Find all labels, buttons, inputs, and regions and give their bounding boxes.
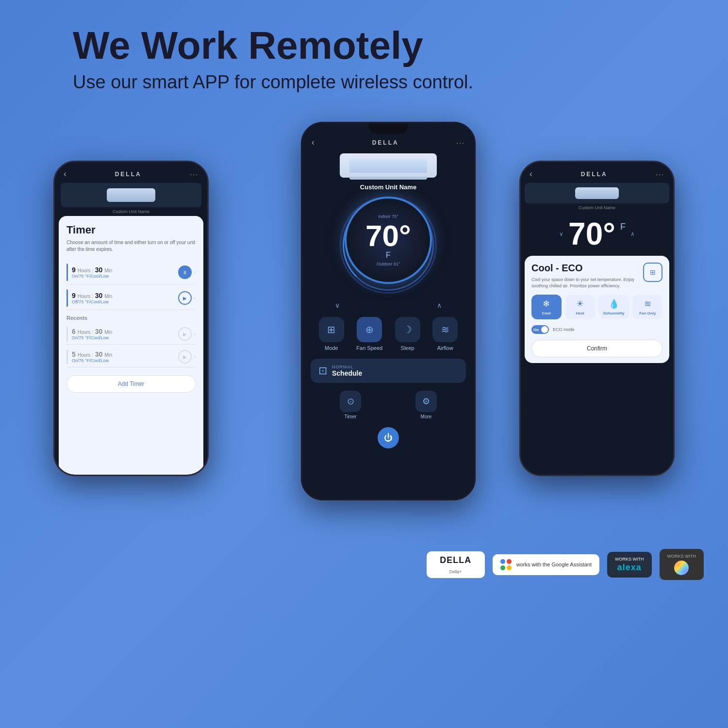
timer-arrow-2: ›	[194, 295, 196, 301]
more-icon-center[interactable]: ···	[456, 139, 465, 147]
timer-title: Timer	[66, 224, 196, 236]
timer-value-1: 9 Hours : 30 Min	[72, 266, 175, 274]
google-assistant-icon	[500, 559, 512, 570]
page-subheadline: Use our smart APP for complete wireless …	[73, 72, 655, 93]
more-label-bottom: More	[421, 414, 432, 419]
sleep-icon: ☽	[395, 317, 420, 342]
fan-speed-control[interactable]: ⊕ Fan Speed	[356, 317, 382, 351]
mode-icon: ⊞	[319, 317, 344, 342]
more-icon-left[interactable]: ···	[190, 170, 199, 178]
timer-accent-2	[66, 289, 68, 307]
brand-center: DELLA	[372, 139, 399, 146]
fan-speed-icon: ⊕	[357, 317, 382, 342]
eco-mode-label: ECO mode	[553, 327, 575, 332]
phone-right-screen: ‹ DELLA ··· Custom Unit Name ∨ 70° F ∧	[521, 162, 673, 475]
timer-setting-1: On/75 °F/Cool/Low	[72, 274, 175, 279]
cool-mode-icon: ❄	[543, 298, 550, 309]
temperature-unit: F	[386, 251, 391, 260]
recents-label: Recents	[66, 315, 196, 321]
siri-works-label: works with	[667, 554, 696, 559]
dehumidify-mode-btn[interactable]: 💧 Dehumidify	[599, 295, 629, 319]
right-temp-unit: F	[620, 216, 626, 232]
eco-toggle-switch[interactable]: On	[531, 325, 549, 334]
airflow-control[interactable]: ≋ Airflow	[432, 317, 458, 351]
ac-unit-center-wrapper	[340, 153, 437, 180]
timer-setting-2: Off/75 °F/Cool/Low	[72, 299, 175, 304]
siri-badge: works with	[660, 549, 704, 580]
timer-time-2: 9 Hours : 30 Min Off/75 °F/Cool/Low	[72, 292, 175, 304]
confirm-button[interactable]: Confirm	[531, 340, 662, 357]
timer-accent-1	[66, 264, 68, 281]
temp-chevron-up[interactable]: ∧	[630, 231, 635, 237]
sleep-control[interactable]: ☽ Sleep	[395, 317, 420, 351]
g-dot-blue	[500, 559, 505, 564]
timer-pause-btn[interactable]: ⏸	[178, 265, 192, 279]
timer-play-btn[interactable]: ▶	[178, 291, 192, 305]
siri-icon	[674, 561, 689, 575]
airflow-label: Airflow	[437, 345, 453, 351]
back-icon[interactable]: ‹	[64, 169, 66, 179]
cool-mode-btn[interactable]: ❄ Cool	[531, 295, 562, 319]
badges-container: DELLA Della+ works with the Google Assis…	[24, 549, 704, 580]
phone-main: ‹ DELLA ··· Custom Unit Name Indoor	[301, 122, 476, 500]
more-control-bottom[interactable]: ⚙ More	[415, 391, 437, 419]
chevron-down-icon[interactable]: ∨	[335, 301, 340, 309]
g-dot-green	[500, 565, 505, 570]
schedule-text: NORMAL Schedule	[332, 364, 458, 377]
ac-unit-center	[340, 153, 437, 178]
card-header: Cool - ECO Cool your space down to your …	[531, 263, 662, 295]
mode-control[interactable]: ⊞ Mode	[319, 317, 344, 351]
recent-time-2: 5 Hours : 30 Min On/75 °F/Cool/Low	[72, 350, 175, 363]
temperature-dial[interactable]: Indoor 75° 70° F Outdoor 81°	[345, 197, 432, 284]
back-icon-right[interactable]: ‹	[529, 169, 532, 179]
phone-cool-eco: ‹ DELLA ··· Custom Unit Name ∨ 70° F ∧	[519, 161, 675, 476]
phones-container: ‹ DELLA ··· Custom Unit Name Timer Choos…	[24, 122, 704, 534]
recent-time-1: 6 Hours : 30 Min On/75 °F/Cool/Low	[72, 328, 175, 340]
timer-item-2[interactable]: 9 Hours : 30 Min Off/75 °F/Cool/Low ▶ ›	[66, 286, 196, 310]
alexa-works-label: works with	[615, 557, 644, 562]
temp-chevron-down[interactable]: ∨	[559, 231, 563, 237]
add-timer-button[interactable]: Add Timer	[66, 375, 196, 393]
google-assistant-badge: works with the Google Assistant	[493, 554, 599, 575]
more-icon-right[interactable]: ···	[656, 170, 664, 178]
recent-item-2[interactable]: 5 Hours : 30 Min On/75 °F/Cool/Low ▶ ›	[66, 347, 196, 367]
recent-play-2[interactable]: ▶	[178, 350, 192, 364]
right-temp-display: ∨ 70° F ∧	[521, 212, 673, 256]
recent-value-1: 6 Hours : 30 Min	[72, 328, 175, 335]
back-icon-center[interactable]: ‹	[312, 137, 314, 148]
brand-right: DELLA	[581, 171, 608, 178]
airflow-icon: ≋	[432, 317, 458, 342]
recent-play-1[interactable]: ▶	[178, 327, 192, 341]
page-headline: We Work Remotely	[73, 24, 655, 67]
grid-icon: ⊞	[643, 263, 662, 282]
mode-label: Mode	[325, 345, 338, 351]
fan-only-mode-btn[interactable]: ≋ Fan Only	[633, 295, 663, 319]
unit-name-left: Custom Unit Name	[55, 209, 207, 214]
fan-only-mode-label: Fan Only	[639, 311, 656, 315]
timer-control-bottom[interactable]: ⊙ Timer	[340, 391, 361, 419]
page-container: We Work Remotely Use our smart APP for c…	[0, 0, 728, 728]
power-button[interactable]: ⏻	[378, 427, 399, 448]
timer-item-1[interactable]: 9 Hours : 30 Min On/75 °F/Cool/Low ⏸ ›	[66, 261, 196, 284]
ac-unit-body	[349, 158, 427, 173]
phone-main-screen: ‹ DELLA ··· Custom Unit Name Indoor	[303, 124, 474, 498]
schedule-name: Schedule	[332, 369, 458, 377]
cool-eco-title: Cool - ECO	[531, 263, 643, 274]
indoor-temp: Indoor 75°	[378, 214, 398, 219]
temperature-value: 70°	[365, 221, 411, 251]
center-unit-name: Custom Unit Name	[303, 183, 474, 191]
recent-item-1[interactable]: 6 Hours : 30 Min On/75 °F/Cool/Low ▶ ›	[66, 324, 196, 345]
svg-point-0	[677, 563, 686, 573]
chevron-up-icon[interactable]: ∧	[437, 301, 442, 309]
timer-desc: Choose an amount of time and either turn…	[66, 239, 196, 253]
heat-mode-icon: ☀	[576, 298, 584, 309]
schedule-bar[interactable]: ⊡ NORMAL Schedule	[311, 359, 466, 383]
mode-buttons: ❄ Cool ☀ Heat 💧 Dehumidify ≋	[531, 295, 662, 319]
recent-setting-2: On/75 °F/Cool/Low	[72, 358, 175, 363]
heat-mode-btn[interactable]: ☀ Heat	[565, 295, 596, 319]
google-assistant-text: works with the Google Assistant	[516, 561, 592, 568]
cool-eco-card: Cool - ECO Cool your space down to your …	[525, 256, 669, 363]
ac-unit-right	[575, 187, 619, 199]
phone-timer-header: ‹ DELLA ···	[55, 162, 207, 183]
control-buttons: ⊞ Mode ⊕ Fan Speed ☽ Sleep ≋ Airflow	[303, 309, 474, 355]
